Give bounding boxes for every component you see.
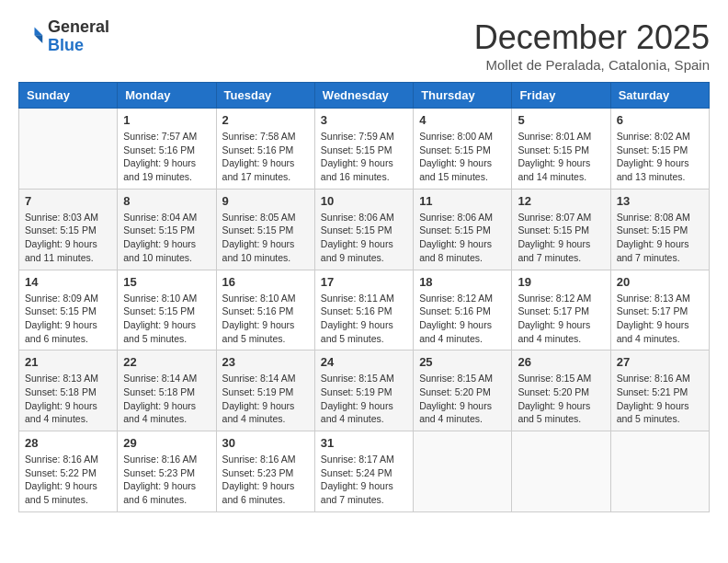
logo-general: General (48, 17, 109, 36)
calendar-cell: 25Sunrise: 8:15 AM Sunset: 5:20 PM Dayli… (414, 350, 512, 431)
day-number: 30 (222, 436, 309, 450)
svg-marker-0 (35, 27, 43, 35)
day-info: Sunrise: 8:07 AM Sunset: 5:15 PM Dayligh… (518, 211, 604, 265)
weekday-header-row: SundayMondayTuesdayWednesdayThursdayFrid… (19, 83, 710, 109)
day-info: Sunrise: 8:15 AM Sunset: 5:20 PM Dayligh… (419, 372, 506, 426)
calendar-cell: 18Sunrise: 8:12 AM Sunset: 5:16 PM Dayli… (414, 270, 512, 350)
day-info: Sunrise: 8:14 AM Sunset: 5:19 PM Dayligh… (222, 372, 309, 426)
day-number: 28 (25, 436, 111, 450)
calendar-cell: 21Sunrise: 8:13 AM Sunset: 5:18 PM Dayli… (19, 350, 118, 431)
day-info: Sunrise: 8:02 AM Sunset: 5:15 PM Dayligh… (617, 130, 703, 184)
calendar-cell: 11Sunrise: 8:06 AM Sunset: 5:15 PM Dayli… (414, 189, 512, 270)
day-info: Sunrise: 8:15 AM Sunset: 5:20 PM Dayligh… (518, 372, 604, 426)
svg-marker-1 (35, 35, 43, 43)
day-number: 3 (321, 113, 407, 127)
calendar-cell: 17Sunrise: 8:11 AM Sunset: 5:16 PM Dayli… (314, 270, 413, 350)
day-number: 9 (222, 194, 309, 208)
location: Mollet de Peralada, Catalonia, Spain (474, 57, 710, 73)
calendar-week-row: 21Sunrise: 8:13 AM Sunset: 5:18 PM Dayli… (19, 350, 710, 431)
weekday-header: Monday (118, 83, 216, 109)
calendar-cell: 26Sunrise: 8:15 AM Sunset: 5:20 PM Dayli… (512, 350, 610, 431)
day-info: Sunrise: 8:13 AM Sunset: 5:18 PM Dayligh… (25, 372, 111, 426)
calendar-week-row: 7Sunrise: 8:03 AM Sunset: 5:15 PM Daylig… (19, 189, 710, 270)
day-number: 1 (123, 113, 210, 127)
day-number: 22 (123, 355, 210, 369)
weekday-header: Thursday (414, 83, 512, 109)
day-info: Sunrise: 8:14 AM Sunset: 5:18 PM Dayligh… (123, 372, 210, 426)
calendar-cell: 23Sunrise: 8:14 AM Sunset: 5:19 PM Dayli… (216, 350, 314, 431)
calendar-cell: 10Sunrise: 8:06 AM Sunset: 5:15 PM Dayli… (314, 189, 413, 270)
calendar-cell: 7Sunrise: 8:03 AM Sunset: 5:15 PM Daylig… (19, 189, 118, 270)
day-number: 27 (617, 355, 703, 369)
logo-icon (18, 24, 44, 50)
month-title: December 2025 (474, 18, 710, 57)
calendar-cell: 14Sunrise: 8:09 AM Sunset: 5:15 PM Dayli… (19, 270, 118, 350)
calendar-cell: 31Sunrise: 8:17 AM Sunset: 5:24 PM Dayli… (314, 431, 413, 512)
day-info: Sunrise: 8:17 AM Sunset: 5:24 PM Dayligh… (321, 453, 407, 507)
calendar-cell (19, 109, 118, 190)
calendar-cell (414, 431, 512, 512)
day-number: 16 (222, 275, 309, 289)
day-info: Sunrise: 8:11 AM Sunset: 5:16 PM Dayligh… (321, 292, 407, 346)
day-number: 4 (419, 113, 506, 127)
calendar-cell: 27Sunrise: 8:16 AM Sunset: 5:21 PM Dayli… (610, 350, 709, 431)
day-info: Sunrise: 8:10 AM Sunset: 5:15 PM Dayligh… (123, 292, 210, 346)
calendar-cell: 22Sunrise: 8:14 AM Sunset: 5:18 PM Dayli… (118, 350, 216, 431)
day-number: 25 (419, 355, 506, 369)
day-info: Sunrise: 7:59 AM Sunset: 5:15 PM Dayligh… (321, 130, 407, 184)
calendar-cell: 13Sunrise: 8:08 AM Sunset: 5:15 PM Dayli… (610, 189, 709, 270)
calendar-cell: 6Sunrise: 8:02 AM Sunset: 5:15 PM Daylig… (610, 109, 709, 190)
page-header: General Blue December 2025 Mollet de Per… (18, 18, 710, 73)
day-info: Sunrise: 8:08 AM Sunset: 5:15 PM Dayligh… (617, 211, 703, 265)
day-info: Sunrise: 8:01 AM Sunset: 5:15 PM Dayligh… (518, 130, 604, 184)
day-number: 20 (617, 275, 703, 289)
day-number: 10 (321, 194, 407, 208)
day-info: Sunrise: 8:05 AM Sunset: 5:15 PM Dayligh… (222, 211, 309, 265)
calendar-cell: 30Sunrise: 8:16 AM Sunset: 5:23 PM Dayli… (216, 431, 314, 512)
calendar-cell: 19Sunrise: 8:12 AM Sunset: 5:17 PM Dayli… (512, 270, 610, 350)
day-number: 7 (25, 194, 111, 208)
day-number: 26 (518, 355, 604, 369)
day-number: 6 (617, 113, 703, 127)
day-number: 23 (222, 355, 309, 369)
day-info: Sunrise: 8:04 AM Sunset: 5:15 PM Dayligh… (123, 211, 210, 265)
day-number: 8 (123, 194, 210, 208)
calendar-cell: 20Sunrise: 8:13 AM Sunset: 5:17 PM Dayli… (610, 270, 709, 350)
day-number: 15 (123, 275, 210, 289)
day-info: Sunrise: 8:16 AM Sunset: 5:21 PM Dayligh… (617, 372, 703, 426)
calendar-cell: 29Sunrise: 8:16 AM Sunset: 5:23 PM Dayli… (118, 431, 216, 512)
day-info: Sunrise: 8:09 AM Sunset: 5:15 PM Dayligh… (25, 292, 111, 346)
logo-text: General Blue (48, 18, 109, 55)
day-info: Sunrise: 7:58 AM Sunset: 5:16 PM Dayligh… (222, 130, 309, 184)
day-number: 17 (321, 275, 407, 289)
day-info: Sunrise: 8:06 AM Sunset: 5:15 PM Dayligh… (419, 211, 506, 265)
day-info: Sunrise: 8:12 AM Sunset: 5:17 PM Dayligh… (518, 292, 604, 346)
calendar: SundayMondayTuesdayWednesdayThursdayFrid… (18, 82, 710, 512)
calendar-cell: 4Sunrise: 8:00 AM Sunset: 5:15 PM Daylig… (414, 109, 512, 190)
calendar-cell: 5Sunrise: 8:01 AM Sunset: 5:15 PM Daylig… (512, 109, 610, 190)
day-number: 14 (25, 275, 111, 289)
calendar-cell: 16Sunrise: 8:10 AM Sunset: 5:16 PM Dayli… (216, 270, 314, 350)
weekday-header: Wednesday (314, 83, 413, 109)
day-info: Sunrise: 7:57 AM Sunset: 5:16 PM Dayligh… (123, 130, 210, 184)
day-info: Sunrise: 8:13 AM Sunset: 5:17 PM Dayligh… (617, 292, 703, 346)
weekday-header: Sunday (19, 83, 118, 109)
day-info: Sunrise: 8:00 AM Sunset: 5:15 PM Dayligh… (419, 130, 506, 184)
day-info: Sunrise: 8:12 AM Sunset: 5:16 PM Dayligh… (419, 292, 506, 346)
day-info: Sunrise: 8:16 AM Sunset: 5:23 PM Dayligh… (123, 453, 210, 507)
weekday-header: Saturday (610, 83, 709, 109)
day-info: Sunrise: 8:10 AM Sunset: 5:16 PM Dayligh… (222, 292, 309, 346)
calendar-cell (512, 431, 610, 512)
calendar-week-row: 14Sunrise: 8:09 AM Sunset: 5:15 PM Dayli… (19, 270, 710, 350)
logo-blue: Blue (48, 36, 84, 54)
title-area: December 2025 Mollet de Peralada, Catalo… (474, 18, 710, 73)
day-number: 24 (321, 355, 407, 369)
day-number: 5 (518, 113, 604, 127)
calendar-cell: 15Sunrise: 8:10 AM Sunset: 5:15 PM Dayli… (118, 270, 216, 350)
day-info: Sunrise: 8:03 AM Sunset: 5:15 PM Dayligh… (25, 211, 111, 265)
logo: General Blue (18, 18, 109, 55)
calendar-cell: 1Sunrise: 7:57 AM Sunset: 5:16 PM Daylig… (118, 109, 216, 190)
weekday-header: Friday (512, 83, 610, 109)
day-number: 12 (518, 194, 604, 208)
day-info: Sunrise: 8:15 AM Sunset: 5:19 PM Dayligh… (321, 372, 407, 426)
